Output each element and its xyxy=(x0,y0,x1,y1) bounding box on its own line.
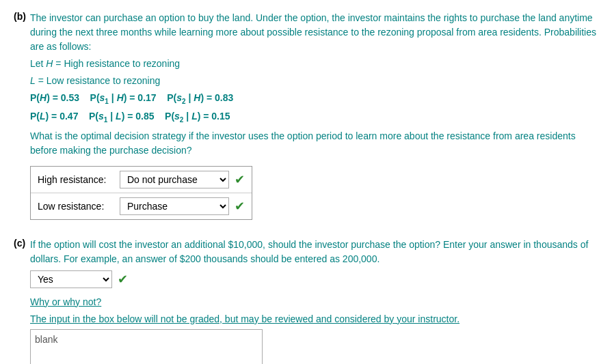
yes-check-icon: ✔ xyxy=(118,272,128,287)
let-h-text: Let H = High resistance to rezoning xyxy=(30,58,180,69)
let-l-text: L = Low resistance to rezoning xyxy=(30,75,160,86)
c-intro-text: If the option will cost the investor an … xyxy=(30,239,588,264)
question-text: What is the optimal decision strategy if… xyxy=(30,130,576,156)
intro-teal-2: during the next three months while learn… xyxy=(30,27,596,52)
yes-select[interactable]: Yes No xyxy=(30,270,112,288)
prob-ph: P(H) = 0.53 xyxy=(30,92,79,103)
high-resistance-row: High resistance: Do not purchase Purchas… xyxy=(31,167,252,193)
high-resistance-check-icon: ✔ xyxy=(235,172,245,187)
let-l-line: L = Low resistance to rezoning xyxy=(30,74,598,88)
section-b-body: The investor can purchase an option to b… xyxy=(30,11,598,225)
note-text: The input in the box below will not be g… xyxy=(30,312,598,326)
prob-ps2l: P(s2 | L) = 0.15 xyxy=(165,111,230,122)
intro-teal-1: The investor can purchase an option to b… xyxy=(30,12,593,23)
prob-line2: P(L) = 0.47 P(s1 | L) = 0.85 P(s2 | L) =… xyxy=(30,109,598,125)
yes-row: Yes No ✔ xyxy=(30,270,598,288)
decision-table: High resistance: Do not purchase Purchas… xyxy=(30,166,252,220)
prob-ps1l: P(s1 | L) = 0.85 xyxy=(89,111,155,122)
section-c-body: If the option will cost the investor an … xyxy=(30,238,598,364)
low-resistance-select[interactable]: Purchase Do not purchase xyxy=(120,197,229,215)
section-c-letter: (c) xyxy=(14,238,27,249)
high-resistance-select[interactable]: Do not purchase Purchase xyxy=(120,171,229,188)
section-c-intro: If the option will cost the investor an … xyxy=(30,238,598,266)
high-resistance-label: High resistance: xyxy=(38,174,120,185)
low-resistance-label: Low resistance: xyxy=(38,201,120,212)
section-c: (c) If the option will cost the investor… xyxy=(14,238,598,364)
blank-textarea[interactable]: blank xyxy=(30,329,263,364)
why-label: Why or why not? xyxy=(30,295,598,309)
prob-pl: P(L) = 0.47 xyxy=(30,111,78,122)
section-b-question: What is the optimal decision strategy if… xyxy=(30,129,598,158)
low-resistance-check-icon: ✔ xyxy=(235,199,245,214)
note-teal-text: The input in the box below will not be g… xyxy=(30,313,460,324)
low-resistance-row: Low resistance: Purchase Do not purchase… xyxy=(31,193,252,219)
section-b: (b) The investor can purchase an option … xyxy=(14,11,598,225)
prob-ps2h: P(s2 | H) = 0.83 xyxy=(167,92,233,103)
prob-line1: P(H) = 0.53 P(s1 | H) = 0.17 P(s2 | H) =… xyxy=(30,91,598,107)
section-b-letter: (b) xyxy=(14,11,27,22)
prob-ps1h: P(s1 | H) = 0.17 xyxy=(90,92,157,103)
section-b-intro: The investor can purchase an option to b… xyxy=(30,11,598,54)
let-h-line: Let H = High resistance to rezoning xyxy=(30,57,598,71)
